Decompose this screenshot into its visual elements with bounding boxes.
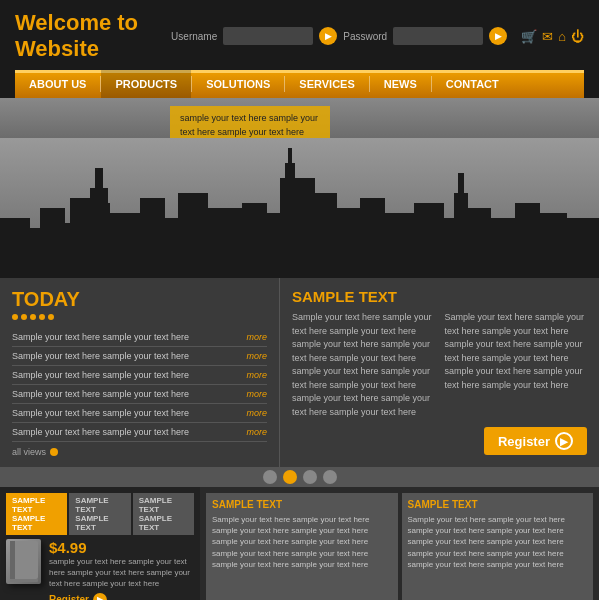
username-submit-button[interactable]: ▶ <box>319 27 337 45</box>
hero: sample your text here sample your text h… <box>0 98 599 278</box>
product-register-circle: ▶ <box>93 593 107 600</box>
today-item-6: Sample your text here sample your text h… <box>12 423 267 442</box>
today-item-text-5: Sample your text here sample your text h… <box>12 408 240 418</box>
title-highlight: Website <box>15 36 99 61</box>
password-input[interactable] <box>393 27 483 45</box>
book-icon <box>6 539 41 584</box>
bcard-2-title: SAMPLE TEXT <box>408 499 588 510</box>
header-right: Username ▶ Password ▶ 🛒 ✉ ⌂ ⏻ <box>171 27 584 45</box>
dot-2 <box>21 314 27 320</box>
nav-news[interactable]: NEWS <box>370 70 431 98</box>
all-views-label: all views <box>12 447 46 457</box>
email-icon[interactable]: ✉ <box>542 29 553 44</box>
sample-col-2: Sample your text here sample your text h… <box>445 311 588 419</box>
bcard-1-title: SAMPLE TEXT <box>212 499 392 510</box>
divider-circle-3 <box>303 470 317 484</box>
power-icon[interactable]: ⏻ <box>571 29 584 44</box>
left-panel: TODAY Sample your text here sample your … <box>0 278 280 467</box>
btab-2[interactable]: SAMPLE TEXT SAMPLE TEXT <box>69 493 130 535</box>
svg-rect-12 <box>178 193 208 278</box>
nav: ABOUT US PRODUCTS SOLUTIONS SERVICES NEW… <box>15 70 584 98</box>
svg-rect-19 <box>312 193 337 278</box>
today-item-1: Sample your text here sample your text h… <box>12 328 267 347</box>
dot-3 <box>30 314 36 320</box>
bcard-2: SAMPLE TEXT Sample your text here sample… <box>402 493 594 600</box>
today-more-6[interactable]: more <box>246 427 267 437</box>
site-title: Welcome to Website <box>15 10 171 62</box>
product-text: sample your text here sample your text h… <box>49 556 194 590</box>
divider-circle-1 <box>263 470 277 484</box>
header: Welcome to Website Username ▶ Password ▶… <box>0 0 599 98</box>
bcard-1: SAMPLE TEXT Sample your text here sample… <box>206 493 398 600</box>
dot-4 <box>39 314 45 320</box>
nav-contact[interactable]: CONTACT <box>432 70 513 98</box>
today-item-text-6: Sample your text here sample your text h… <box>12 427 240 437</box>
bottom-right: SAMPLE TEXT Sample your text here sample… <box>200 487 599 600</box>
password-submit-button[interactable]: ▶ <box>489 27 507 45</box>
main-content: TODAY Sample your text here sample your … <box>0 278 599 467</box>
today-item-text-1: Sample your text here sample your text h… <box>12 332 240 342</box>
register-label: Register <box>498 434 550 449</box>
nav-about[interactable]: ABOUT US <box>15 70 100 98</box>
today-item-4: Sample your text here sample your text h… <box>12 385 267 404</box>
sample-col-1: Sample your text here sample your text h… <box>292 311 435 419</box>
svg-rect-32 <box>0 266 599 278</box>
svg-rect-18 <box>288 148 292 168</box>
today-title: TODAY <box>12 288 267 311</box>
bottom-tabs: SAMPLE TEXT SAMPLE TEXT SAMPLE TEXT SAMP… <box>6 493 194 535</box>
product-register-label: Register <box>49 594 89 600</box>
svg-rect-26 <box>454 193 468 278</box>
password-label: Password <box>343 31 387 42</box>
all-views-dot <box>50 448 58 456</box>
dot-5 <box>48 314 54 320</box>
today-dots <box>12 314 267 320</box>
product-info: $4.99 sample your text here sample your … <box>49 539 194 600</box>
today-more-3[interactable]: more <box>246 370 267 380</box>
bcard-2-text: Sample your text here sample your text h… <box>408 514 588 570</box>
register-row: Register ▶ <box>292 427 587 455</box>
today-item-text-4: Sample your text here sample your text h… <box>12 389 240 399</box>
divider-bar <box>0 467 599 487</box>
bottom-product: $4.99 sample your text here sample your … <box>6 539 194 600</box>
nav-solutions[interactable]: SOLUTIONS <box>192 70 284 98</box>
city-silhouette <box>0 138 599 278</box>
product-price: $4.99 <box>49 539 194 556</box>
today-more-4[interactable]: more <box>246 389 267 399</box>
username-label: Username <box>171 31 217 42</box>
nav-services[interactable]: SERVICES <box>285 70 368 98</box>
sample-text-title: SAMPLE TEXT <box>292 288 587 305</box>
product-register[interactable]: Register ▶ <box>49 593 194 600</box>
register-circle-icon: ▶ <box>555 432 573 450</box>
sample-columns: Sample your text here sample your text h… <box>292 311 587 419</box>
divider-circle-2 <box>283 470 297 484</box>
cart-icon[interactable]: 🛒 <box>521 29 537 44</box>
home-icon[interactable]: ⌂ <box>558 29 566 44</box>
dot-1 <box>12 314 18 320</box>
right-panel: SAMPLE TEXT Sample your text here sample… <box>280 278 599 467</box>
bottom-left: SAMPLE TEXT SAMPLE TEXT SAMPLE TEXT SAMP… <box>0 487 200 600</box>
btab-3[interactable]: SAMPLE TEXT SAMPLE TEXT <box>133 493 194 535</box>
svg-rect-35 <box>10 579 38 582</box>
svg-rect-16 <box>280 178 315 278</box>
username-input[interactable] <box>223 27 313 45</box>
bcard-1-text: Sample your text here sample your text h… <box>212 514 392 570</box>
today-more-5[interactable]: more <box>246 408 267 418</box>
today-more-1[interactable]: more <box>246 332 267 342</box>
today-item-text-3: Sample your text here sample your text h… <box>12 370 240 380</box>
today-more-2[interactable]: more <box>246 351 267 361</box>
bottom-section: SAMPLE TEXT SAMPLE TEXT SAMPLE TEXT SAMP… <box>0 487 599 600</box>
nav-products[interactable]: PRODUCTS <box>101 70 191 98</box>
today-item-2: Sample your text here sample your text h… <box>12 347 267 366</box>
header-top: Welcome to Website Username ▶ Password ▶… <box>15 10 584 70</box>
divider-circle-4 <box>323 470 337 484</box>
header-icons: 🛒 ✉ ⌂ ⏻ <box>521 29 584 44</box>
login-group: Username ▶ Password ▶ <box>171 27 507 45</box>
all-views[interactable]: all views <box>12 447 267 457</box>
svg-rect-34 <box>10 541 15 579</box>
today-item-3: Sample your text here sample your text h… <box>12 366 267 385</box>
title-plain: Welcome to <box>15 10 138 35</box>
btab-1[interactable]: SAMPLE TEXT SAMPLE TEXT <box>6 493 67 535</box>
today-item-text-2: Sample your text here sample your text h… <box>12 351 240 361</box>
register-button[interactable]: Register ▶ <box>484 427 587 455</box>
today-item-5: Sample your text here sample your text h… <box>12 404 267 423</box>
